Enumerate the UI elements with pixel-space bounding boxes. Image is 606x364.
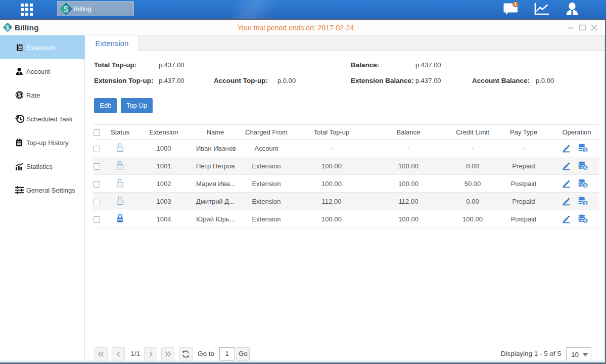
- svg-text:$: $: [64, 5, 69, 14]
- svg-text:$: $: [584, 165, 587, 170]
- svg-text:$: $: [584, 183, 587, 188]
- svg-text:$: $: [584, 201, 587, 206]
- svg-text:$: $: [584, 218, 587, 223]
- svg-text:$: $: [584, 148, 587, 153]
- svg-text:!: !: [515, 2, 517, 7]
- svg-text:$: $: [6, 24, 10, 31]
- svg-text:$: $: [18, 92, 21, 98]
